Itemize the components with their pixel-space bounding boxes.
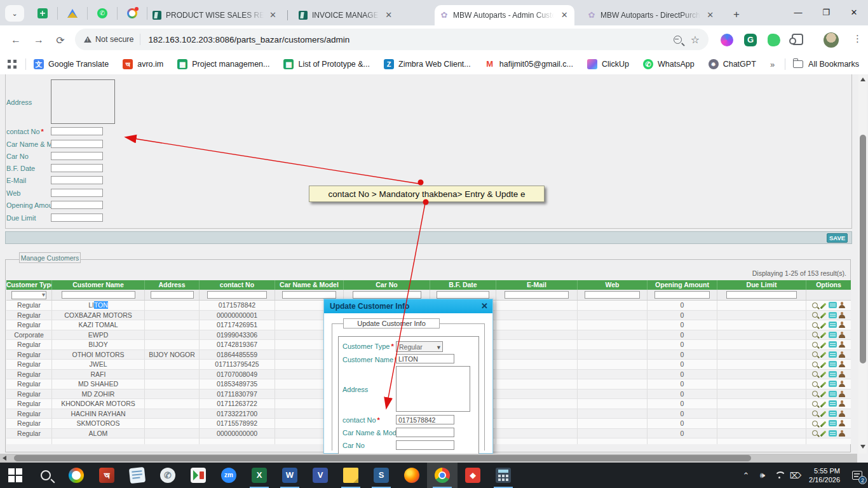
customer-user-icon[interactable]: [839, 371, 846, 377]
bf-date-input[interactable]: [51, 164, 103, 172]
speaker-icon[interactable]: 🕪: [754, 463, 771, 488]
modal-contact-input[interactable]: [396, 415, 454, 424]
view-customer-icon[interactable]: [812, 322, 818, 328]
all-bookmarks-button[interactable]: All Bookmarks: [808, 60, 859, 69]
edit-customer-icon[interactable]: [820, 313, 826, 319]
address-textarea[interactable]: [51, 79, 115, 124]
view-customer-icon[interactable]: [812, 351, 818, 357]
car-name-filter-input[interactable]: [282, 291, 337, 299]
opening-amount-input[interactable]: [51, 201, 103, 209]
close-tab-icon[interactable]: ✕: [559, 10, 569, 20]
edit-customer-icon[interactable]: [820, 302, 826, 309]
column-header[interactable]: Due Limit: [717, 280, 806, 290]
security-label[interactable]: Not secure: [95, 35, 133, 44]
column-header[interactable]: Opening Amount: [648, 280, 717, 290]
view-customer-icon[interactable]: [812, 410, 818, 416]
customer-user-icon[interactable]: [839, 381, 846, 387]
taskbar-calculator-icon[interactable]: [488, 463, 519, 488]
reload-button[interactable]: ⟳: [52, 32, 69, 48]
customer-user-icon[interactable]: [839, 351, 846, 358]
edit-customer-icon[interactable]: [820, 431, 826, 437]
tab-product-wise-sales[interactable]: PRODUCT WISE SALES REPORT ✕: [147, 5, 282, 25]
view-customer-icon[interactable]: [812, 302, 818, 308]
pinned-tab-whatsapp[interactable]: [88, 7, 118, 20]
car-name-input[interactable]: [51, 140, 103, 148]
car-no-filter-input[interactable]: [353, 291, 421, 299]
customer-card-icon[interactable]: [829, 400, 837, 407]
customer-user-icon[interactable]: [839, 410, 846, 417]
horizontal-scrollbar[interactable]: [0, 454, 857, 463]
view-customer-icon[interactable]: [812, 391, 818, 396]
tab-invoice-manage[interactable]: INVOICE MANAGE ✕: [294, 5, 426, 25]
customer-card-icon[interactable]: [829, 341, 837, 348]
view-customer-icon[interactable]: [812, 371, 818, 377]
scroll-left-arrow[interactable]: [3, 456, 6, 461]
taskbar-media-app-icon[interactable]: [183, 463, 214, 488]
edit-customer-icon[interactable]: [820, 362, 826, 368]
contact-no-filter-input[interactable]: [207, 291, 267, 299]
bookmark-zimbra[interactable]: ZZimbra Web Client...: [384, 59, 471, 69]
tray-chevron-up-icon[interactable]: ⌃: [738, 463, 754, 488]
extensions-puzzle-icon[interactable]: [792, 34, 803, 45]
edit-customer-icon[interactable]: [820, 411, 826, 417]
view-customer-icon[interactable]: [812, 332, 818, 337]
bookmark-clickup[interactable]: ClickUp: [587, 59, 629, 69]
customer-user-icon[interactable]: [839, 341, 846, 348]
column-header[interactable]: Car No: [344, 280, 430, 290]
customer-card-icon[interactable]: [829, 351, 837, 358]
customer-user-icon[interactable]: [839, 391, 846, 397]
bookmark-avro[interactable]: অavro.im: [123, 59, 163, 69]
customer-user-icon[interactable]: [839, 420, 846, 426]
customer-name-filter-input[interactable]: [62, 291, 135, 299]
view-customer-icon[interactable]: [812, 362, 818, 367]
bookmark-chatgpt[interactable]: ⁕ChatGPT: [709, 59, 756, 69]
view-customer-icon[interactable]: [812, 342, 818, 348]
bookmark-whatsapp[interactable]: ✆WhatsApp: [643, 59, 695, 69]
customer-user-icon[interactable]: [839, 332, 846, 338]
green-extension-icon[interactable]: [768, 34, 780, 46]
customer-card-icon[interactable]: [829, 410, 837, 417]
customer-card-icon[interactable]: [829, 371, 837, 377]
pinned-tab-sheets[interactable]: [28, 7, 58, 20]
bf-date-filter-input[interactable]: [437, 291, 489, 299]
customer-user-icon[interactable]: [839, 322, 846, 328]
close-tab-icon[interactable]: ✕: [269, 10, 277, 20]
new-tab-button[interactable]: +: [728, 6, 745, 23]
edit-customer-icon[interactable]: [820, 352, 826, 358]
edit-customer-icon[interactable]: [820, 372, 826, 378]
column-header[interactable]: Customer Name: [52, 280, 145, 290]
taskbar-avro-keyboard-icon[interactable]: অ: [92, 463, 122, 488]
taskbar-start-icon[interactable]: [0, 463, 31, 488]
column-header[interactable]: Options: [806, 280, 851, 290]
email-input[interactable]: [51, 176, 103, 184]
taskbar-s-app-icon[interactable]: S: [366, 463, 397, 488]
edit-customer-icon[interactable]: [820, 381, 826, 388]
back-button[interactable]: ←: [8, 32, 24, 48]
modal-address-textarea[interactable]: [396, 366, 470, 412]
customer-card-icon[interactable]: [829, 361, 837, 367]
zoom-page-icon[interactable]: [674, 36, 682, 44]
web-input[interactable]: [51, 189, 103, 197]
bookmark-list-of-prototype[interactable]: ▦List of Prototype &...: [283, 59, 370, 69]
customer-user-icon[interactable]: [839, 361, 846, 367]
window-maximize-button[interactable]: ❐: [812, 0, 840, 24]
modal-close-icon[interactable]: ✕: [481, 301, 488, 311]
taskbar-copilot-icon[interactable]: [61, 463, 92, 488]
edit-customer-icon[interactable]: [820, 322, 826, 329]
email-filter-input[interactable]: [505, 291, 569, 299]
window-close-button[interactable]: ✕: [840, 0, 868, 24]
onedrive-icon[interactable]: ⌦: [787, 463, 804, 488]
taskbar-search-icon[interactable]: [31, 463, 61, 488]
edit-customer-icon[interactable]: [820, 401, 826, 407]
forward-button[interactable]: →: [31, 32, 47, 48]
taskbar-word-icon[interactable]: W: [275, 463, 305, 488]
customer-type-select[interactable]: Regular: [396, 341, 443, 352]
bookmark-google-translate[interactable]: 文Google Translate: [34, 59, 109, 69]
notification-center-button[interactable]: 2: [846, 463, 868, 488]
edit-customer-icon[interactable]: [820, 342, 826, 348]
car-no-input[interactable]: [51, 152, 103, 160]
customer-name-input[interactable]: [396, 354, 454, 363]
edit-customer-icon[interactable]: [820, 332, 826, 339]
edit-customer-icon[interactable]: [820, 391, 826, 398]
customer-card-icon[interactable]: [829, 312, 837, 318]
